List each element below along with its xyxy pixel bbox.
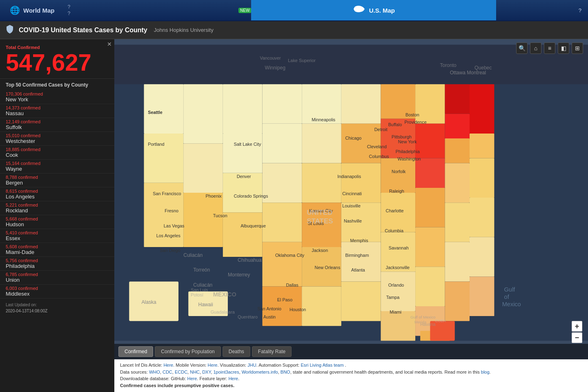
county-list-item[interactable]: 18,885 confirmed Cook <box>0 146 114 160</box>
last-updated-label: Last Updated on: <box>0 298 114 309</box>
county-list-item[interactable]: 6,785 confirmed Union <box>0 271 114 285</box>
county-list-item[interactable]: 5,410 confirmed Essex <box>0 229 114 243</box>
county-list-item[interactable]: 15,164 confirmed Wayne <box>0 160 114 174</box>
county-confirmed: 6,785 confirmed <box>6 272 109 277</box>
close-button[interactable]: ✕ <box>107 41 112 47</box>
svg-text:Ottawa Montreal: Ottawa Montreal <box>450 70 486 76</box>
jhu-link[interactable]: JHU <box>247 363 256 368</box>
county-confirmed: 5,668 confirmed <box>6 216 109 221</box>
svg-text:Boston: Boston <box>405 112 419 117</box>
county-list-item[interactable]: 8,615 confirmed Los Angeles <box>0 187 114 201</box>
ecdc-link[interactable]: ECDC <box>175 370 187 374</box>
svg-text:Toronto: Toronto <box>440 62 457 68</box>
county-confirmed: 170,306 confirmed <box>6 91 109 96</box>
svg-text:New Orleans: New Orleans <box>315 265 341 270</box>
svg-text:Orlando: Orlando <box>388 283 404 287</box>
svg-text:Memphis: Memphis <box>350 238 369 243</box>
dxy-link[interactable]: DXY <box>202 370 211 374</box>
county-confirmed: 5,756 confirmed <box>6 258 109 263</box>
county-list-item[interactable]: 6,003 confirmed Middlesex <box>0 285 114 298</box>
svg-rect-53 <box>470 158 494 198</box>
us-map-container[interactable]: Alaska Hawaii Seattle Portland San Franc… <box>114 39 588 346</box>
county-name: Rockland <box>6 207 109 214</box>
svg-text:Hawaii: Hawaii <box>198 302 213 307</box>
county-list-item[interactable]: 170,306 confirmed New York <box>0 90 114 104</box>
tab-confirmed-population[interactable]: Confirmed by Population <box>155 346 220 357</box>
svg-text:MÉXICO: MÉXICO <box>213 291 236 298</box>
svg-text:Chicago: Chicago <box>345 136 361 140</box>
grid-button[interactable]: ⊞ <box>572 42 583 54</box>
help-icon-1[interactable]: ? <box>67 4 70 10</box>
layers-button[interactable]: ◧ <box>558 42 569 54</box>
cdc-link[interactable]: CDC <box>163 370 172 374</box>
world-map-tab[interactable]: 🌐 World Map <box>0 0 64 20</box>
who-link[interactable]: WHO <box>149 370 160 374</box>
svg-rect-41 <box>415 227 445 267</box>
county-list-item[interactable]: 5,668 confirmed Hudson <box>0 215 114 229</box>
svg-rect-5 <box>183 84 223 143</box>
info-line-2: Data sources: WHO, CDC, ECDC, NHC, DXY, … <box>120 369 582 376</box>
county-confirmed: 5,221 confirmed <box>6 203 109 207</box>
help-icon-right[interactable]: ? <box>572 7 588 13</box>
home-button[interactable]: ⌂ <box>530 42 541 54</box>
county-confirmed: 15,010 confirmed <box>6 133 109 138</box>
svg-text:Oklahoma City: Oklahoma City <box>275 253 305 258</box>
svg-rect-28 <box>341 242 381 282</box>
svg-text:Atlanta: Atlanta <box>351 267 365 272</box>
county-list-item[interactable]: 5,221 confirmed Rockland <box>0 201 114 215</box>
map-toolbar: 🔍 ⌂ ≡ ◧ ⊞ <box>516 42 583 54</box>
github-link[interactable]: Here <box>187 376 197 381</box>
county-list: 170,306 confirmed New York 14,373 confir… <box>0 90 114 298</box>
shield-icon <box>5 24 15 36</box>
county-list-item[interactable]: 5,756 confirmed Philadelphia <box>0 257 114 271</box>
zoom-out-button[interactable]: − <box>572 332 582 343</box>
svg-rect-13 <box>263 124 302 163</box>
tab-confirmed[interactable]: Confirmed <box>118 346 153 357</box>
worldometers-link[interactable]: Worldometers.info <box>242 370 278 374</box>
svg-text:San Luis: San Luis <box>191 287 208 292</box>
tab-fatality-rate[interactable]: Fatality Rate <box>252 346 292 357</box>
here-link-2[interactable]: Here <box>208 363 218 368</box>
svg-text:Indianapolis: Indianapolis <box>337 174 361 179</box>
county-name: Cook <box>6 152 109 158</box>
svg-text:New York: New York <box>398 139 417 144</box>
legend-button[interactable]: ≡ <box>544 42 555 54</box>
world-map-label: World Map <box>23 7 54 14</box>
county-list-item[interactable]: 8,788 confirmed Bergen <box>0 174 114 187</box>
svg-text:Potosí: Potosí <box>191 292 203 297</box>
here-link-1[interactable]: Here <box>163 363 173 368</box>
svg-text:Columbus: Columbus <box>369 154 389 159</box>
total-confirmed-number: 547,627 <box>0 51 114 78</box>
county-list-title: Top 50 Confirmed Cases by County <box>0 78 114 90</box>
esri-link[interactable]: Esri Living Atlas team <box>301 363 344 368</box>
county-list-item[interactable]: 5,608 confirmed Miami-Dade <box>0 243 114 257</box>
svg-text:Vancouver: Vancouver <box>260 56 281 60</box>
svg-text:Monterrey: Monterrey <box>228 272 250 278</box>
svg-text:San Francisco: San Francisco <box>153 191 181 196</box>
nhc-link[interactable]: NHC <box>190 370 200 374</box>
svg-text:Houston: Houston <box>290 307 306 312</box>
blog-link[interactable]: blog <box>481 370 490 374</box>
svg-text:Chihuahua: Chihuahua <box>238 257 262 263</box>
feature-layer-link[interactable]: Here <box>228 376 238 381</box>
svg-text:Washington: Washington <box>398 156 421 161</box>
zoom-in-button[interactable]: + <box>572 321 582 332</box>
svg-rect-2 <box>144 84 184 134</box>
svg-text:Birmingham: Birmingham <box>345 253 369 258</box>
svg-rect-49 <box>445 242 470 282</box>
1point3-link[interactable]: 1point3acres <box>214 370 239 374</box>
county-list-item[interactable]: 12,149 confirmed Suffolk <box>0 118 114 132</box>
search-map-button[interactable]: 🔍 <box>516 42 528 54</box>
help-icon-2[interactable]: ? <box>67 11 70 16</box>
county-list-item[interactable]: 15,010 confirmed Westchester <box>0 132 114 146</box>
svg-text:UNITED: UNITED <box>307 209 332 216</box>
svg-rect-9 <box>223 134 263 173</box>
county-list-item[interactable]: 14,373 confirmed Nassau <box>0 104 114 118</box>
svg-text:Winnipeg: Winnipeg <box>265 65 285 71</box>
top-navigation: 🌐 World Map ? ? NEW U.S. Map ? <box>0 0 588 21</box>
bno-link[interactable]: BNO <box>281 370 290 374</box>
tab-deaths[interactable]: Deaths <box>223 346 250 357</box>
svg-text:Las Vegas: Las Vegas <box>164 223 185 228</box>
us-map-tab[interactable]: U.S. Map <box>251 0 496 20</box>
us-choropleth-map[interactable]: Alaska Hawaii Seattle Portland San Franc… <box>114 39 588 346</box>
